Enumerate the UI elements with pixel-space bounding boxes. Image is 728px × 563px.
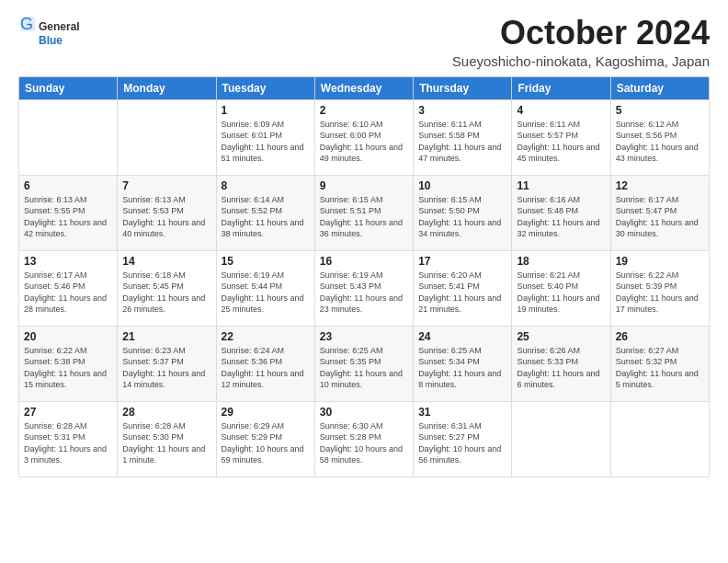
calendar-cell: 13Sunrise: 6:17 AM Sunset: 5:46 PM Dayli… [19, 250, 118, 326]
day-number: 30 [320, 406, 408, 419]
calendar-cell [512, 401, 610, 477]
calendar-table: SundayMondayTuesdayWednesdayThursdayFrid… [18, 76, 710, 477]
weekday-monday: Monday [118, 76, 216, 99]
week-row-5: 27Sunrise: 6:28 AM Sunset: 5:31 PM Dayli… [19, 401, 710, 477]
day-number: 15 [222, 255, 310, 268]
week-row-4: 20Sunrise: 6:22 AM Sunset: 5:38 PM Dayli… [19, 326, 710, 401]
day-info: Sunrise: 6:19 AM Sunset: 5:44 PM Dayligh… [222, 270, 310, 316]
calendar-cell: 5Sunrise: 6:12 AM Sunset: 5:56 PM Daylig… [610, 99, 709, 175]
day-number: 21 [122, 330, 210, 343]
calendar-cell: 20Sunrise: 6:22 AM Sunset: 5:38 PM Dayli… [19, 326, 118, 401]
calendar-cell: 2Sunrise: 6:10 AM Sunset: 6:00 PM Daylig… [314, 99, 413, 175]
calendar-cell: 8Sunrise: 6:14 AM Sunset: 5:52 PM Daylig… [216, 175, 314, 250]
day-number: 29 [222, 406, 310, 419]
weekday-thursday: Thursday [414, 76, 512, 99]
day-number: 18 [517, 255, 605, 268]
day-info: Sunrise: 6:25 AM Sunset: 5:35 PM Dayligh… [320, 345, 408, 391]
day-info: Sunrise: 6:21 AM Sunset: 5:40 PM Dayligh… [517, 270, 605, 316]
logo: General Blue G [18, 15, 83, 50]
day-number: 22 [222, 330, 310, 343]
day-info: Sunrise: 6:17 AM Sunset: 5:47 PM Dayligh… [616, 194, 704, 240]
day-number: 11 [517, 179, 605, 192]
calendar-cell [610, 401, 709, 477]
weekday-header-row: SundayMondayTuesdayWednesdayThursdayFrid… [19, 76, 710, 99]
day-info: Sunrise: 6:24 AM Sunset: 5:36 PM Dayligh… [222, 345, 310, 391]
day-number: 31 [418, 406, 506, 419]
day-info: Sunrise: 6:29 AM Sunset: 5:29 PM Dayligh… [222, 420, 310, 466]
day-number: 24 [418, 330, 506, 343]
day-info: Sunrise: 6:13 AM Sunset: 5:53 PM Dayligh… [122, 194, 210, 240]
calendar-cell: 17Sunrise: 6:20 AM Sunset: 5:41 PM Dayli… [414, 250, 512, 326]
day-number: 13 [24, 255, 112, 268]
title-block: October 2024 Sueyoshicho-ninokata, Kagos… [452, 15, 710, 69]
svg-text:G: G [20, 15, 33, 33]
day-info: Sunrise: 6:18 AM Sunset: 5:45 PM Dayligh… [122, 270, 210, 316]
calendar-cell: 1Sunrise: 6:09 AM Sunset: 6:01 PM Daylig… [216, 99, 314, 175]
day-number: 8 [222, 179, 310, 192]
day-info: Sunrise: 6:15 AM Sunset: 5:50 PM Dayligh… [418, 194, 506, 240]
day-info: Sunrise: 6:16 AM Sunset: 5:48 PM Dayligh… [517, 194, 605, 240]
day-info: Sunrise: 6:28 AM Sunset: 5:30 PM Dayligh… [122, 420, 210, 466]
calendar-cell: 30Sunrise: 6:30 AM Sunset: 5:28 PM Dayli… [314, 401, 413, 477]
day-info: Sunrise: 6:17 AM Sunset: 5:46 PM Dayligh… [24, 270, 112, 316]
day-number: 14 [122, 255, 210, 268]
day-info: Sunrise: 6:28 AM Sunset: 5:31 PM Dayligh… [24, 420, 112, 466]
day-info: Sunrise: 6:14 AM Sunset: 5:52 PM Dayligh… [222, 194, 310, 240]
calendar-cell [118, 99, 216, 175]
day-info: Sunrise: 6:22 AM Sunset: 5:38 PM Dayligh… [24, 345, 112, 391]
day-number: 17 [418, 255, 506, 268]
calendar-cell: 12Sunrise: 6:17 AM Sunset: 5:47 PM Dayli… [610, 175, 709, 250]
day-info: Sunrise: 6:22 AM Sunset: 5:39 PM Dayligh… [616, 270, 704, 316]
svg-text:General: General [39, 20, 80, 33]
day-info: Sunrise: 6:15 AM Sunset: 5:51 PM Dayligh… [320, 194, 408, 240]
calendar-cell: 3Sunrise: 6:11 AM Sunset: 5:58 PM Daylig… [414, 99, 512, 175]
calendar-cell: 28Sunrise: 6:28 AM Sunset: 5:30 PM Dayli… [118, 401, 216, 477]
day-info: Sunrise: 6:19 AM Sunset: 5:43 PM Dayligh… [320, 270, 408, 316]
day-info: Sunrise: 6:11 AM Sunset: 5:57 PM Dayligh… [517, 119, 605, 165]
day-number: 10 [418, 179, 506, 192]
calendar-cell: 6Sunrise: 6:13 AM Sunset: 5:55 PM Daylig… [19, 175, 118, 250]
day-number: 27 [24, 406, 112, 419]
day-number: 23 [320, 330, 408, 343]
day-number: 5 [616, 104, 704, 117]
calendar-cell: 4Sunrise: 6:11 AM Sunset: 5:57 PM Daylig… [512, 99, 610, 175]
day-number: 20 [24, 330, 112, 343]
calendar-cell: 25Sunrise: 6:26 AM Sunset: 5:33 PM Dayli… [512, 326, 610, 401]
day-number: 4 [517, 104, 605, 117]
week-row-2: 6Sunrise: 6:13 AM Sunset: 5:55 PM Daylig… [19, 175, 710, 250]
calendar-cell: 26Sunrise: 6:27 AM Sunset: 5:32 PM Dayli… [610, 326, 709, 401]
day-number: 25 [517, 330, 605, 343]
day-info: Sunrise: 6:09 AM Sunset: 6:01 PM Dayligh… [222, 119, 310, 165]
calendar-body: 1Sunrise: 6:09 AM Sunset: 6:01 PM Daylig… [19, 99, 710, 477]
subtitle: Sueyoshicho-ninokata, Kagoshima, Japan [452, 53, 710, 69]
day-info: Sunrise: 6:25 AM Sunset: 5:34 PM Dayligh… [418, 345, 506, 391]
svg-text:Blue: Blue [39, 34, 63, 47]
week-row-3: 13Sunrise: 6:17 AM Sunset: 5:46 PM Dayli… [19, 250, 710, 326]
header: General Blue G October 2024 Sueyoshicho-… [18, 15, 710, 69]
calendar-cell: 27Sunrise: 6:28 AM Sunset: 5:31 PM Dayli… [19, 401, 118, 477]
day-number: 12 [616, 179, 704, 192]
calendar-cell: 15Sunrise: 6:19 AM Sunset: 5:44 PM Dayli… [216, 250, 314, 326]
calendar-cell: 22Sunrise: 6:24 AM Sunset: 5:36 PM Dayli… [216, 326, 314, 401]
calendar-cell: 14Sunrise: 6:18 AM Sunset: 5:45 PM Dayli… [118, 250, 216, 326]
calendar-page: General Blue G October 2024 Sueyoshicho-… [0, 0, 728, 563]
calendar-cell: 7Sunrise: 6:13 AM Sunset: 5:53 PM Daylig… [118, 175, 216, 250]
day-number: 9 [320, 179, 408, 192]
week-row-1: 1Sunrise: 6:09 AM Sunset: 6:01 PM Daylig… [19, 99, 710, 175]
day-number: 7 [122, 179, 210, 192]
month-title: October 2024 [452, 15, 710, 52]
calendar-cell: 29Sunrise: 6:29 AM Sunset: 5:29 PM Dayli… [216, 401, 314, 477]
calendar-cell: 18Sunrise: 6:21 AM Sunset: 5:40 PM Dayli… [512, 250, 610, 326]
calendar-cell: 9Sunrise: 6:15 AM Sunset: 5:51 PM Daylig… [314, 175, 413, 250]
day-info: Sunrise: 6:31 AM Sunset: 5:27 PM Dayligh… [418, 420, 506, 466]
day-info: Sunrise: 6:10 AM Sunset: 6:00 PM Dayligh… [320, 119, 408, 165]
day-number: 2 [320, 104, 408, 117]
weekday-friday: Friday [512, 76, 610, 99]
calendar-cell: 10Sunrise: 6:15 AM Sunset: 5:50 PM Dayli… [414, 175, 512, 250]
day-number: 3 [418, 104, 506, 117]
day-info: Sunrise: 6:27 AM Sunset: 5:32 PM Dayligh… [616, 345, 704, 391]
day-info: Sunrise: 6:20 AM Sunset: 5:41 PM Dayligh… [418, 270, 506, 316]
day-info: Sunrise: 6:26 AM Sunset: 5:33 PM Dayligh… [517, 345, 605, 391]
day-info: Sunrise: 6:23 AM Sunset: 5:37 PM Dayligh… [122, 345, 210, 391]
svg-marker-3 [22, 31, 35, 48]
